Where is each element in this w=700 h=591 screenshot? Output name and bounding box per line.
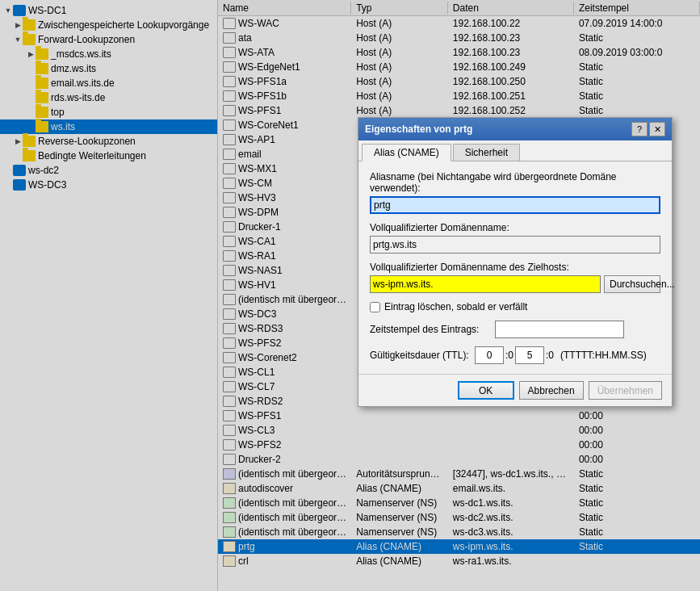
ttl-hint: (TTTTT:HH.MM.SS) [560,350,647,361]
delete-checkbox[interactable] [370,302,380,312]
dialog-content: Aliasname (bei Nichtangabe wird übergeor… [358,161,672,374]
target-form-group: Vollqualifizierter Domänenname des Zielh… [370,262,660,293]
tab-sicherheit-label: Sicherheit [465,147,508,158]
alias-label: Aliasname (bei Nichtangabe wird übergeor… [370,171,660,194]
ttl-row: Gültigkeitsdauer (TTL): :0 :0 (TTTTT:HH.… [370,346,660,364]
delete-checkbox-row: Eintrag löschen, sobald er verfällt [370,301,660,312]
dialog-close-button[interactable]: ✕ [649,122,665,136]
tab-alias-cname[interactable]: Alias (CNAME) [362,144,451,161]
main-window: ▼ WS-DC1 ▶ Zwischengespeicherte Lookupvo… [0,0,700,591]
timestamp-input[interactable] [495,321,624,338]
dialog-help-button[interactable]: ? [631,122,648,136]
target-host-input[interactable] [370,275,601,293]
dialog-footer: OK Abbrechen Übernehmen [358,374,672,406]
tab-sicherheit[interactable]: Sicherheit [453,144,520,161]
dialog-titlebar: Eigenschaften von prtg ? ✕ [358,118,672,140]
target-host-row: Durchsuchen... [370,275,660,293]
target-label: Vollqualifizierter Domänenname des Zielh… [370,262,660,273]
tab-alias-label: Alias (CNAME) [374,147,439,158]
fqdn-form-group: Vollqualifizierter Domänenname: document… [370,222,660,254]
apply-button[interactable]: Übernehmen [589,381,662,400]
fqdn-input [370,236,660,254]
timestamp-row: Zeitstempel des Eintrags: [370,321,660,338]
alias-form-group: Aliasname (bei Nichtangabe wird übergeor… [370,171,660,214]
fqdn-label: Vollqualifizierter Domänenname: [370,222,660,233]
dialog-controls: ? ✕ [631,122,665,136]
timestamp-label: Zeitstempel des Eintrags: [370,324,495,335]
browse-button[interactable]: Durchsuchen... [604,275,660,293]
delete-label[interactable]: Eintrag löschen, sobald er verfällt [384,301,527,312]
dialog-title: Eigenschaften von prtg [365,124,472,135]
ttl-hours[interactable] [475,346,504,364]
dialog-tabs: Alias (CNAME) Sicherheit [358,140,672,161]
ok-button[interactable]: OK [458,381,514,400]
cancel-button[interactable]: Abbrechen [519,381,584,400]
properties-dialog: Eigenschaften von prtg ? ✕ Alias (CNAME)… [358,117,673,407]
ttl-sep1: :0 [505,350,513,361]
alias-input[interactable] [370,196,660,214]
ttl-sep2: :0 [546,350,554,361]
ttl-min[interactable] [515,346,544,364]
ttl-label: Gültigkeitsdauer (TTL): [370,350,475,361]
